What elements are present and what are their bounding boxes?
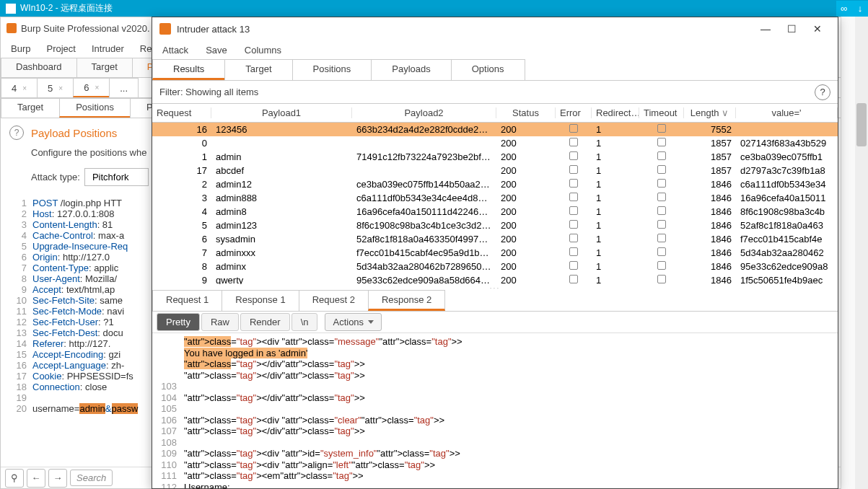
checkbox[interactable] (657, 261, 666, 270)
ntab-more[interactable]: ... (109, 78, 139, 97)
checkbox[interactable] (569, 220, 578, 229)
checkbox[interactable] (657, 247, 666, 256)
table-row[interactable]: 1admin71491c12fb73224a7923be2bfb…2001185… (152, 150, 838, 164)
close-icon[interactable]: × (58, 84, 63, 92)
aw-tab-positions[interactable]: Positions (292, 59, 372, 80)
table-body[interactable]: 16123456663b234d2a4d2e282f0cdde21b…20017… (152, 123, 838, 284)
col-payload2[interactable]: Payload2 (352, 107, 496, 118)
line-gutter: 103104105106107108109110111112 (152, 333, 181, 488)
table-row[interactable]: 2admin12ce3ba039ec075ffb144b50aa24c…2001… (152, 177, 838, 191)
table-header[interactable]: Request Payload1 Payload2 Status Error R… (152, 104, 838, 123)
cloud-icon[interactable]: ∞ (836, 1, 852, 17)
response-code[interactable]: "attr">class="tag"><div "attr">class="me… (181, 333, 838, 488)
rtab-request2[interactable]: Request 2 (299, 290, 369, 311)
ntab-6[interactable]: 6× (73, 78, 110, 97)
checkbox[interactable] (657, 138, 666, 146)
table-row[interactable]: 5admin1238f6c1908c98ba3c4b1ce3c3d2a2…200… (152, 219, 838, 232)
tab-target[interactable]: Target (76, 58, 133, 77)
close-icon[interactable]: × (22, 84, 27, 92)
view-render-button[interactable]: Render (240, 313, 290, 331)
aw-menu-columns[interactable]: Columns (245, 45, 281, 56)
col-timeout[interactable]: Timeout (639, 107, 684, 118)
view-raw-button[interactable]: Raw (201, 313, 239, 331)
download-icon[interactable]: ↓ (852, 1, 868, 17)
checkbox[interactable] (569, 179, 578, 188)
attack-type-label: Attack type: (31, 172, 80, 182)
tab-dashboard[interactable]: Dashboard (1, 58, 77, 77)
scrollbar-thumb[interactable] (856, 103, 867, 146)
checkbox[interactable] (657, 179, 666, 188)
aw-tab-options[interactable]: Options (451, 59, 525, 80)
ntab-5[interactable]: 5× (37, 78, 74, 97)
checkbox[interactable] (657, 151, 666, 160)
nav-next-icon[interactable]: → (48, 469, 67, 488)
maximize-button[interactable]: ☐ (779, 20, 805, 38)
checkbox[interactable] (657, 193, 666, 201)
nav-prev-icon[interactable]: ← (27, 469, 45, 488)
checkbox[interactable] (657, 124, 666, 133)
view-newline-button[interactable]: \n (291, 313, 318, 331)
checkbox[interactable] (657, 275, 666, 283)
help-icon[interactable]: ? (9, 125, 24, 140)
table-row[interactable]: 16123456663b234d2a4d2e282f0cdde21b…20017… (152, 123, 838, 136)
table-row[interactable]: 6sysadmin52af8c1f818a0a463350f4997ec4…20… (152, 232, 838, 246)
minimize-button[interactable]: — (753, 20, 779, 38)
close-button[interactable]: ✕ (805, 20, 830, 38)
close-icon[interactable]: × (95, 84, 99, 92)
stab-target[interactable]: Target (1, 98, 60, 118)
checkbox[interactable] (569, 206, 578, 215)
aw-tab-payloads[interactable]: Payloads (371, 59, 451, 80)
col-request[interactable]: Request (152, 107, 211, 118)
splitter-handle[interactable] (152, 284, 838, 290)
table-row[interactable]: 4admin816a96cefa40a150111d42246c10…20011… (152, 205, 838, 219)
menu-intruder[interactable]: Intruder (92, 43, 124, 54)
checkbox[interactable] (569, 124, 578, 133)
checkbox[interactable] (569, 138, 578, 146)
rtab-response1[interactable]: Response 1 (222, 290, 299, 311)
table-row[interactable]: 3admin888c6a111df0b5343e34c4ee4d8a7…2001… (152, 191, 838, 205)
col-payload1[interactable]: Payload1 (211, 107, 352, 118)
table-row[interactable]: 020011857027143f683a43b529 (152, 136, 838, 150)
table-row[interactable]: 17abcdef20011857d2797a3c7c39fb1a8 (152, 164, 838, 177)
attack-type-select[interactable]: Pitchfork (84, 168, 149, 186)
aw-tab-target[interactable]: Target (224, 59, 292, 80)
aw-menu-save[interactable]: Save (206, 45, 227, 56)
checkbox[interactable] (657, 206, 666, 215)
view-pretty-button[interactable]: Pretty (157, 313, 200, 331)
table-row[interactable]: 7adminxxxf7ecc01b415cabf4ec95a9d1b40…200… (152, 246, 838, 260)
scrollbar[interactable] (855, 17, 868, 489)
checkbox[interactable] (569, 151, 578, 160)
checkbox[interactable] (569, 247, 578, 256)
search-input[interactable]: Search (70, 470, 113, 486)
actions-dropdown[interactable]: Actions (325, 313, 382, 331)
ntab-4[interactable]: 4× (1, 78, 38, 97)
checkbox[interactable] (569, 234, 578, 242)
table-row[interactable]: 8adminx5d34ab32aa280462b728965075…200118… (152, 260, 838, 273)
help-icon[interactable]: ? (815, 84, 830, 100)
aw-titlebar[interactable]: Intruder attack 13 — ☐ ✕ (152, 17, 838, 40)
search-settings-icon[interactable]: ⚲ (5, 469, 24, 488)
col-value[interactable]: value=' (736, 107, 838, 118)
checkbox[interactable] (657, 234, 666, 242)
aw-menubar[interactable]: Attack Save Columns (152, 40, 838, 59)
col-length[interactable]: Length ∨ (684, 107, 736, 118)
checkbox[interactable] (657, 220, 666, 229)
response-body[interactable]: 103104105106107108109110111112 "attr">cl… (152, 333, 838, 488)
col-status[interactable]: Status (496, 107, 556, 118)
aw-tab-results[interactable]: Results (152, 59, 225, 80)
checkbox[interactable] (569, 261, 578, 270)
checkbox[interactable] (569, 165, 578, 174)
col-error[interactable]: Error (556, 107, 592, 118)
stab-positions[interactable]: Positions (59, 98, 131, 118)
checkbox[interactable] (569, 193, 578, 201)
aw-menu-attack[interactable]: Attack (162, 45, 188, 56)
rtab-request1[interactable]: Request 1 (152, 290, 222, 311)
col-redirects[interactable]: Redirect… (592, 107, 639, 118)
rtab-response2[interactable]: Response 2 (368, 290, 445, 311)
checkbox[interactable] (569, 275, 578, 283)
checkbox[interactable] (657, 165, 666, 174)
menu-burp[interactable]: Burp (11, 43, 30, 54)
menu-project[interactable]: Project (46, 43, 75, 54)
table-row[interactable]: 9qwerty95e33c62edce909a8a58d66426…200118… (152, 273, 838, 284)
filter-bar[interactable]: Filter: Showing all items ? (152, 81, 838, 104)
